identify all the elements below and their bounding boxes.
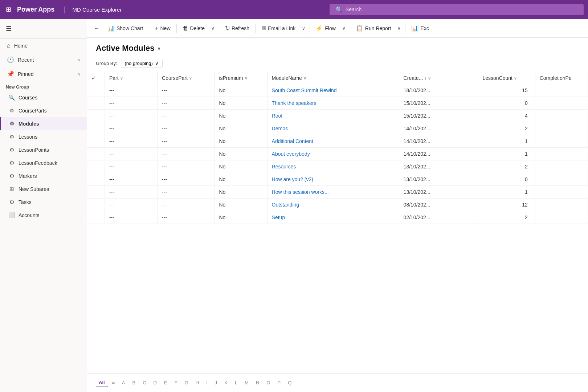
table-row[interactable]: --- --- No South Coast Summit Rewind 18/…	[87, 84, 588, 97]
email-link-chevron[interactable]: ∨	[300, 24, 307, 33]
row-check[interactable]	[87, 160, 105, 173]
waffle-icon[interactable]: ⊞	[4, 4, 13, 15]
column-header-lessoncount[interactable]: LessonCount∨	[478, 72, 535, 84]
row-modulename[interactable]: South Coast Summit Rewind	[267, 84, 399, 97]
refresh-icon: ↻	[225, 25, 230, 32]
row-check[interactable]	[87, 173, 105, 186]
pagination-bar: All#ABCDEFGHIJKLMNOPQ	[87, 373, 588, 392]
row-modulename[interactable]: Demos	[267, 122, 399, 135]
group-by-select[interactable]: (no grouping) ∨	[121, 59, 163, 68]
sidebar-item-recent[interactable]: 🕐 Recent ∨	[0, 53, 87, 67]
row-modulename[interactable]: Setup	[267, 211, 399, 224]
row-modulename[interactable]: Thank the speakers	[267, 97, 399, 110]
column-header-created[interactable]: Create...↓∨	[399, 72, 478, 84]
sidebar-item-home[interactable]: ⌂ Home	[0, 39, 87, 53]
sidebar-item-pinned[interactable]: 📌 Pinned ∨	[0, 67, 87, 81]
sidebar-item-modules[interactable]: ⚙ Modules	[0, 117, 87, 130]
pagination-item[interactable]: N	[253, 379, 262, 387]
column-header-ispremium[interactable]: isPremium∨	[215, 72, 267, 84]
row-modulename[interactable]: Resources	[267, 160, 399, 173]
search-input[interactable]	[346, 7, 578, 12]
delete-button[interactable]: 🗑 Delete	[179, 23, 208, 34]
show-chart-button[interactable]: 📊 Show Chart	[104, 23, 147, 34]
pagination-item[interactable]: M	[242, 379, 252, 387]
new-button[interactable]: + New	[151, 23, 174, 34]
row-modulename[interactable]: How this session works...	[267, 186, 399, 199]
pagination-item[interactable]: Q	[285, 379, 294, 387]
title-dropdown-icon[interactable]: ∨	[157, 45, 161, 51]
back-button[interactable]: ←	[90, 23, 103, 34]
table-row[interactable]: --- --- No Setup 02/10/202... 2	[87, 211, 588, 224]
group-by-label: Group By:	[96, 61, 117, 66]
table-row[interactable]: --- --- No About everybody 14/10/202... …	[87, 148, 588, 160]
pagination-item[interactable]: K	[221, 379, 230, 387]
row-modulename[interactable]: Root	[267, 110, 399, 122]
pagination-item[interactable]: B	[130, 379, 139, 387]
table-row[interactable]: --- --- No Resources 13/10/202... 2	[87, 160, 588, 173]
row-modulename[interactable]: How are you? (v2)	[267, 173, 399, 186]
email-link-button[interactable]: ✉ Email a Link	[258, 23, 299, 34]
pagination-item[interactable]: O	[264, 379, 273, 387]
column-header-check[interactable]: ✓	[87, 72, 105, 84]
refresh-button[interactable]: ↻ Refresh	[221, 23, 253, 34]
row-check[interactable]	[87, 110, 105, 122]
delete-chevron[interactable]: ∨	[209, 24, 217, 33]
search-bar[interactable]: 🔍	[330, 4, 584, 15]
row-check[interactable]	[87, 135, 105, 148]
row-check[interactable]	[87, 186, 105, 199]
pagination-item[interactable]: L	[232, 379, 240, 387]
excel-button[interactable]: 📊 Exc	[408, 23, 432, 34]
flow-button[interactable]: ⚡ Flow	[312, 23, 339, 34]
table-row[interactable]: --- --- No How this session works... 13/…	[87, 186, 588, 199]
sidebar-item-lessons[interactable]: ⚙ Lessons	[0, 130, 87, 143]
row-check[interactable]	[87, 199, 105, 211]
pagination-item[interactable]: D	[151, 379, 160, 387]
table-row[interactable]: --- --- No How are you? (v2) 13/10/202..…	[87, 173, 588, 186]
sidebar-item-accounts[interactable]: ⬜ Accounts	[0, 209, 87, 222]
pagination-item[interactable]: #	[109, 379, 118, 387]
row-modulename[interactable]: Additional Content	[267, 135, 399, 148]
pagination-item[interactable]: H	[193, 379, 202, 387]
courses-icon: 🔍	[8, 94, 15, 101]
pagination-item[interactable]: P	[275, 379, 284, 387]
pagination-item[interactable]: A	[119, 379, 128, 387]
sidebar-item-lessonpoints[interactable]: ⚙ LessonPoints	[0, 143, 87, 156]
column-header-modulename[interactable]: ModuleName∨	[267, 72, 399, 84]
sidebar-item-newsubarea[interactable]: ⊞ New Subarea	[0, 183, 87, 196]
sidebar-item-lessonfeedback[interactable]: ⚙ LessonFeedback	[0, 156, 87, 170]
pagination-item[interactable]: All	[96, 378, 108, 387]
pagination-item[interactable]: E	[161, 379, 170, 387]
row-modulename[interactable]: Outstanding	[267, 199, 399, 211]
row-check[interactable]	[87, 97, 105, 110]
run-report-chevron[interactable]: ∨	[395, 24, 403, 33]
table-row[interactable]: --- --- No Additional Content 14/10/202.…	[87, 135, 588, 148]
row-check[interactable]	[87, 122, 105, 135]
row-check[interactable]	[87, 84, 105, 97]
sidebar-item-courses[interactable]: 🔍 Courses	[0, 91, 87, 104]
sidebar-item-tasks[interactable]: ⚙ Tasks	[0, 196, 87, 209]
column-header-part[interactable]: Part∨	[105, 72, 157, 84]
toolbar-divider	[176, 24, 177, 33]
row-check[interactable]	[87, 211, 105, 224]
table-row[interactable]: --- --- No Outstanding 08/10/202... 12	[87, 199, 588, 211]
row-modulename[interactable]: About everybody	[267, 148, 399, 160]
column-header-completionpe[interactable]: CompletionPe	[535, 72, 588, 84]
pagination-item[interactable]: F	[172, 379, 180, 387]
sidebar-item-courseparts[interactable]: ⚙ CourseParts	[0, 104, 87, 117]
table-row[interactable]: --- --- No Thank the speakers 15/10/202.…	[87, 97, 588, 110]
table-row[interactable]: --- --- No Root 15/10/202... 4	[87, 110, 588, 122]
search-icon: 🔍	[335, 6, 343, 13]
table-row[interactable]: --- --- No Demos 14/10/202... 2	[87, 122, 588, 135]
hamburger-button[interactable]: ☰	[0, 22, 87, 36]
row-coursepart: ---	[158, 110, 215, 122]
sidebar-item-markers[interactable]: ⚙ Markers	[0, 170, 87, 183]
column-header-coursepart[interactable]: CoursePart∨	[158, 72, 215, 84]
flow-chevron[interactable]: ∨	[340, 24, 348, 33]
run-report-button[interactable]: 📋 Run Report	[352, 23, 395, 34]
pagination-item[interactable]: C	[140, 379, 149, 387]
row-check[interactable]	[87, 148, 105, 160]
pagination-item[interactable]: I	[203, 379, 211, 387]
pagination-item[interactable]: G	[182, 379, 191, 387]
pagination-item[interactable]: J	[212, 379, 220, 387]
row-completionpe	[535, 186, 588, 199]
